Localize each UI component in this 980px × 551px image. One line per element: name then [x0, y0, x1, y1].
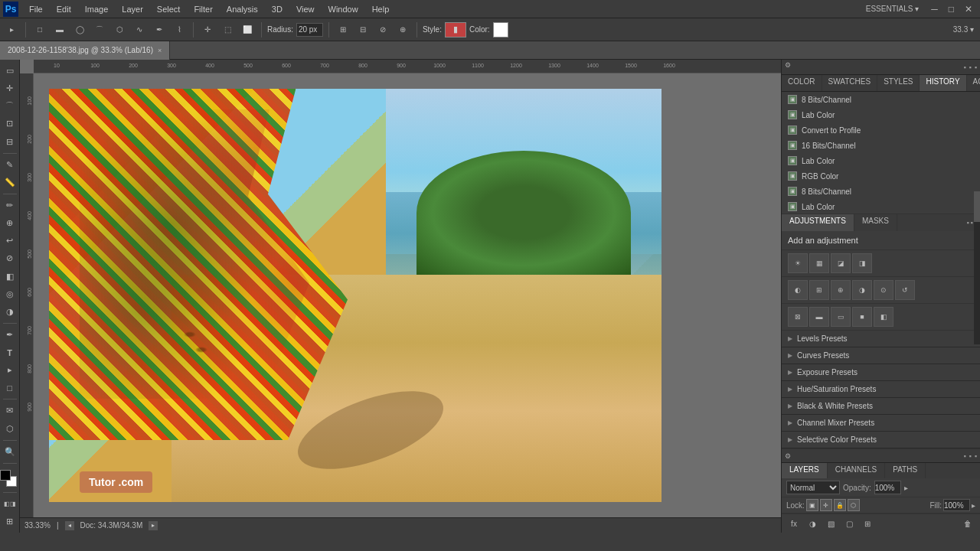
- document-tab[interactable]: 2008-12-26-1158'38.jpg @ 33.3% (Lab/16) …: [0, 41, 170, 60]
- tool-stamp[interactable]: ⊕: [2, 215, 18, 231]
- ptab-history[interactable]: HISTORY: [920, 75, 966, 91]
- adj-btn-bw[interactable]: ◑: [852, 280, 872, 300]
- preset-chan[interactable]: ▶ Channel Mixer Presets: [782, 415, 980, 432]
- tab-close-btn[interactable]: ×: [158, 47, 162, 54]
- history-item-5[interactable]: ▣ RGB Color: [782, 168, 980, 184]
- new-adj-layer-btn[interactable]: ▧: [823, 517, 838, 530]
- panel-icon-1[interactable]: ▪: [963, 64, 965, 71]
- layer-panel-icon-2[interactable]: ▪: [969, 452, 972, 460]
- layers-settings-icon[interactable]: ⚙: [785, 452, 791, 460]
- radius-input[interactable]: [296, 23, 323, 37]
- menu-analysis[interactable]: Analysis: [220, 3, 264, 15]
- color-selector[interactable]: [0, 470, 20, 489]
- ltab-paths[interactable]: PATHS: [885, 463, 926, 478]
- adj-tab-adjustments[interactable]: ADJUSTMENTS: [782, 214, 854, 231]
- status-nav-btn[interactable]: ◂: [65, 521, 74, 530]
- ptab-swatches[interactable]: SWATCHES: [822, 75, 878, 91]
- adj-btn-colorbal[interactable]: ⊕: [831, 280, 851, 300]
- adj-btn-thresh[interactable]: ▭: [831, 307, 851, 327]
- tool-quick-mask[interactable]: ⬜: [239, 21, 256, 38]
- history-item-3[interactable]: ▣ 16 Bits/Channel: [782, 138, 980, 153]
- adj-scrollbar-thumb[interactable]: [974, 191, 980, 222]
- tool-arrow[interactable]: ▸: [3, 21, 20, 38]
- lock-all-btn[interactable]: 🔒: [834, 499, 846, 511]
- tool-ruler[interactable]: 📏: [2, 174, 18, 191]
- tool-zoom[interactable]: 🔍: [2, 444, 18, 460]
- opacity-input[interactable]: [874, 481, 901, 494]
- history-item-6[interactable]: ▣ 8 Bits/Channel: [782, 184, 980, 199]
- color-preview[interactable]: [493, 22, 508, 37]
- fill-arrow[interactable]: ▸: [972, 501, 975, 510]
- close-btn[interactable]: ✕: [960, 4, 977, 15]
- refine-btn-3[interactable]: ⊘: [374, 21, 391, 38]
- preset-levels[interactable]: ▶ Levels Presets: [782, 331, 980, 347]
- adj-btn-vibrance[interactable]: ◐: [788, 280, 808, 300]
- opacity-arrow[interactable]: ▸: [904, 484, 908, 492]
- maximize-btn[interactable]: □: [944, 4, 959, 15]
- tool-dodge[interactable]: ◑: [2, 304, 18, 320]
- preset-exposure[interactable]: ▶ Exposure Presets: [782, 364, 980, 381]
- lock-pos-btn[interactable]: ✛: [820, 499, 832, 511]
- menu-file[interactable]: File: [23, 3, 49, 15]
- menu-window[interactable]: Window: [322, 3, 364, 15]
- new-layer-btn[interactable]: ⊞: [860, 517, 875, 530]
- delete-layer-btn[interactable]: 🗑: [960, 517, 975, 530]
- new-group-btn[interactable]: ▢: [841, 517, 857, 530]
- menu-edit[interactable]: Edit: [51, 3, 77, 15]
- menu-select[interactable]: Select: [151, 3, 187, 15]
- tool-history-brush[interactable]: ↩: [2, 233, 18, 249]
- adj-scrollbar[interactable]: [974, 191, 980, 344]
- adj-btn-photo[interactable]: ⊙: [874, 280, 893, 300]
- adj-btn-grad[interactable]: ■: [852, 307, 872, 327]
- tool-shape[interactable]: □: [2, 380, 18, 396]
- tool-brush[interactable]: ✏: [2, 197, 18, 214]
- panel-icon-2[interactable]: ▪: [969, 64, 972, 71]
- tool-eyedrop[interactable]: ✎: [2, 157, 18, 173]
- adj-tab-masks[interactable]: MASKS: [854, 214, 897, 231]
- blend-mode-select[interactable]: Normal: [786, 481, 840, 494]
- fg-color-swatch[interactable]: [0, 470, 11, 481]
- refine-btn-2[interactable]: ⊟: [354, 21, 371, 38]
- menu-help[interactable]: Help: [366, 3, 396, 15]
- preset-curves[interactable]: ▶ Curves Presets: [782, 347, 980, 364]
- adj-btn-levels[interactable]: ▦: [809, 253, 829, 273]
- ptab-color[interactable]: COLOR: [782, 75, 822, 91]
- tool-crop[interactable]: ⊟: [2, 134, 18, 150]
- tool-path-sel[interactable]: ▸: [2, 362, 18, 378]
- tool-rect[interactable]: □: [31, 21, 48, 38]
- preset-bw[interactable]: ▶ Black & White Presets: [782, 398, 980, 415]
- history-item-4[interactable]: ▣ Lab Color: [782, 153, 980, 168]
- tool-move-l[interactable]: ✛: [2, 80, 18, 96]
- adj-btn-brightness[interactable]: ☀: [788, 253, 808, 273]
- menu-image[interactable]: Image: [79, 3, 115, 15]
- fill-input[interactable]: [943, 499, 970, 511]
- menu-view[interactable]: View: [290, 3, 321, 15]
- tool-gradient[interactable]: ◧: [2, 268, 18, 284]
- tool-ellipse[interactable]: ◯: [71, 21, 88, 38]
- panel-icon-3[interactable]: ▪: [975, 64, 977, 71]
- adj-btn-hsl[interactable]: ⊞: [809, 280, 829, 300]
- refine-btn-4[interactable]: ⊕: [394, 21, 411, 38]
- tool-eraser-l[interactable]: ⊘: [2, 250, 18, 266]
- adj-btn-invert[interactable]: ⊠: [788, 307, 808, 327]
- tool-polygon[interactable]: ⬡: [111, 21, 128, 38]
- history-item-7[interactable]: ▣ Lab Color: [782, 199, 980, 214]
- status-nav-btn-2[interactable]: ▸: [149, 521, 158, 530]
- tool-text[interactable]: T: [2, 344, 18, 360]
- tool-screen-mode[interactable]: ⊞: [2, 514, 18, 530]
- ptab-styles[interactable]: STYLES: [877, 75, 920, 91]
- adj-btn-exposure[interactable]: ◨: [852, 253, 872, 273]
- menu-layer[interactable]: Layer: [116, 3, 149, 15]
- adj-icon-small-1[interactable]: ▪: [966, 219, 969, 227]
- refine-btn-1[interactable]: ⊞: [335, 21, 351, 38]
- menu-3d[interactable]: 3D: [266, 3, 289, 15]
- tool-quick-sel[interactable]: ⊡: [2, 116, 18, 132]
- adj-btn-curves[interactable]: ◪: [831, 253, 851, 273]
- tool-marquee[interactable]: ▭: [2, 63, 18, 79]
- adj-btn-chan[interactable]: ↺: [895, 280, 915, 300]
- tool-3d-l[interactable]: ⬡: [2, 420, 18, 436]
- tool-lasso-l[interactable]: ⌒: [2, 98, 18, 114]
- adj-btn-poster[interactable]: ▬: [809, 307, 829, 327]
- adj-btn-selcolor[interactable]: ◧: [874, 307, 893, 327]
- panel-settings-icon[interactable]: ⚙: [785, 61, 797, 73]
